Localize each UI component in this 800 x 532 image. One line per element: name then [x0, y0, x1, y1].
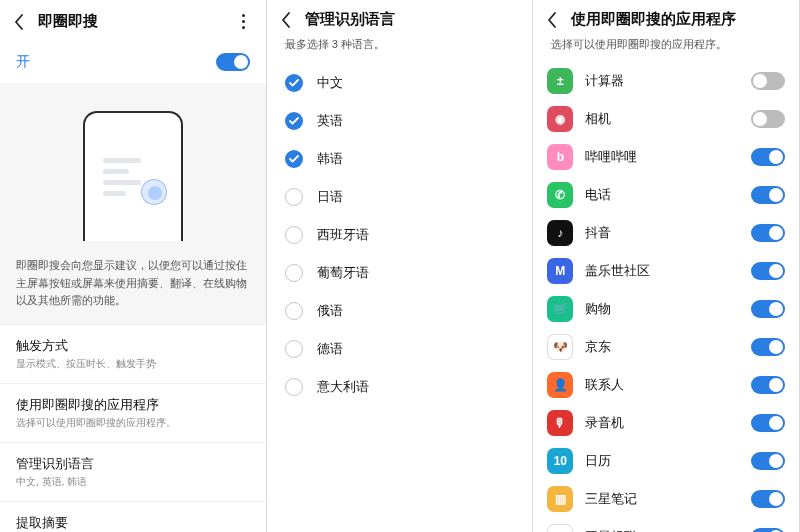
app-label: 哔哩哔哩	[585, 148, 739, 166]
app-label: 京东	[585, 338, 739, 356]
language-item[interactable]: 德语	[277, 330, 523, 368]
app-label: 录音机	[585, 414, 739, 432]
app-toggle[interactable]	[751, 452, 785, 470]
language-item[interactable]: 中文	[277, 64, 523, 102]
app-icon: b	[547, 144, 573, 170]
app-icon: 🐶	[547, 334, 573, 360]
app-icon: ±	[547, 68, 573, 94]
master-switch-toggle[interactable]	[216, 53, 250, 71]
settings-item-sub: 选择可以使用即圈即搜的应用程序。	[16, 416, 250, 430]
app-toggle[interactable]	[751, 300, 785, 318]
app-toggle[interactable]	[751, 528, 785, 532]
check-circle-unchecked-icon[interactable]	[285, 264, 303, 282]
panel-main-settings: 即圈即搜 开 即圈即搜会向您显示建议，以便您可以通过按住主屏幕按钮或屏幕来使用摘…	[0, 0, 267, 532]
app-item: 🐶京东	[545, 328, 787, 366]
settings-item-apps[interactable]: 使用即圈即搜的应用程序 选择可以使用即圈即搜的应用程序。	[0, 384, 266, 443]
language-label: 德语	[317, 340, 343, 358]
check-circle-checked-icon[interactable]	[285, 74, 303, 92]
language-item[interactable]: 西班牙语	[277, 216, 523, 254]
app-toggle[interactable]	[751, 490, 785, 508]
app-toggle[interactable]	[751, 338, 785, 356]
app-toggle[interactable]	[751, 148, 785, 166]
app-toggle[interactable]	[751, 262, 785, 280]
apps-note: 选择可以使用即圈即搜的应用程序。	[533, 37, 799, 60]
phone-outline-icon	[83, 111, 183, 241]
check-circle-unchecked-icon[interactable]	[285, 340, 303, 358]
check-circle-unchecked-icon[interactable]	[285, 188, 303, 206]
page-title: 即圈即搜	[38, 12, 224, 31]
app-item: 🛒购物	[545, 290, 787, 328]
app-list: ±计算器◉相机b哔哩哔哩✆电话♪抖音M盖乐世社区🛒购物🐶京东👤联系人🎙录音机10…	[533, 60, 799, 532]
language-label: 葡萄牙语	[317, 264, 369, 282]
app-icon: ✦	[547, 524, 573, 532]
app-toggle[interactable]	[751, 224, 785, 242]
language-list: 中文英语韩语日语西班牙语葡萄牙语俄语德语意大利语	[267, 60, 533, 410]
app-label: 抖音	[585, 224, 739, 242]
language-limit-note: 最多选择 3 种语言。	[267, 37, 533, 60]
app-item: ▥三星笔记	[545, 480, 787, 518]
language-label: 俄语	[317, 302, 343, 320]
check-circle-checked-icon[interactable]	[285, 112, 303, 130]
app-label: 日历	[585, 452, 739, 470]
check-circle-unchecked-icon[interactable]	[285, 302, 303, 320]
app-label: 相机	[585, 110, 739, 128]
check-circle-checked-icon[interactable]	[285, 150, 303, 168]
panel1-body: 开 即圈即搜会向您显示建议，以便您可以通过按住主屏幕按钮或屏幕来使用摘要、翻译、…	[0, 41, 266, 532]
app-label: 三星笔记	[585, 490, 739, 508]
settings-item-summary[interactable]: 提取摘要	[0, 502, 266, 532]
app-item: 🎙录音机	[545, 404, 787, 442]
feature-description: 即圈即搜会向您显示建议，以便您可以通过按住主屏幕按钮或屏幕来使用摘要、翻译、在线…	[0, 253, 266, 324]
app-label: 购物	[585, 300, 739, 318]
app-toggle[interactable]	[751, 376, 785, 394]
app-item: 👤联系人	[545, 366, 787, 404]
app-toggle[interactable]	[751, 186, 785, 204]
header: 管理识别语言	[267, 0, 533, 37]
app-item: ±计算器	[545, 62, 787, 100]
check-circle-unchecked-icon[interactable]	[285, 226, 303, 244]
language-item[interactable]: 俄语	[277, 292, 523, 330]
settings-item-sub: 中文, 英语, 韩语	[16, 475, 250, 489]
app-item: ✦三星畅联	[545, 518, 787, 532]
header: 使用即圈即搜的应用程序	[533, 0, 799, 37]
language-item[interactable]: 英语	[277, 102, 523, 140]
app-item: 10日历	[545, 442, 787, 480]
app-label: 三星畅联	[585, 528, 739, 532]
app-toggle[interactable]	[751, 414, 785, 432]
settings-item-trigger[interactable]: 触发方式 显示模式、按压时长、触发手势	[0, 325, 266, 384]
settings-list: 触发方式 显示模式、按压时长、触发手势 使用即圈即搜的应用程序 选择可以使用即圈…	[0, 324, 266, 532]
language-label: 西班牙语	[317, 226, 369, 244]
app-icon: ◉	[547, 106, 573, 132]
settings-item-languages[interactable]: 管理识别语言 中文, 英语, 韩语	[0, 443, 266, 502]
back-icon[interactable]	[543, 11, 561, 29]
language-item[interactable]: 日语	[277, 178, 523, 216]
page-title: 使用即圈即搜的应用程序	[571, 10, 787, 29]
settings-item-sub: 显示模式、按压时长、触发手势	[16, 357, 250, 371]
app-label: 计算器	[585, 72, 739, 90]
settings-item-title: 提取摘要	[16, 514, 250, 532]
settings-item-title: 使用即圈即搜的应用程序	[16, 396, 250, 414]
master-switch-row[interactable]: 开	[0, 41, 266, 91]
app-icon: M	[547, 258, 573, 284]
back-icon[interactable]	[277, 11, 295, 29]
app-icon: 🎙	[547, 410, 573, 436]
back-icon[interactable]	[10, 13, 28, 31]
language-item[interactable]: 韩语	[277, 140, 523, 178]
panel-apps: 使用即圈即搜的应用程序 选择可以使用即圈即搜的应用程序。 ±计算器◉相机b哔哩哔…	[533, 0, 800, 532]
more-menu-icon[interactable]	[234, 10, 254, 33]
language-item[interactable]: 葡萄牙语	[277, 254, 523, 292]
language-label: 英语	[317, 112, 343, 130]
check-circle-unchecked-icon[interactable]	[285, 378, 303, 396]
app-toggle[interactable]	[751, 110, 785, 128]
language-label: 日语	[317, 188, 343, 206]
panel-languages: 管理识别语言 最多选择 3 种语言。 中文英语韩语日语西班牙语葡萄牙语俄语德语意…	[267, 0, 534, 532]
app-item: ◉相机	[545, 100, 787, 138]
language-item[interactable]: 意大利语	[277, 368, 523, 406]
app-icon: ♪	[547, 220, 573, 246]
app-item: M盖乐世社区	[545, 252, 787, 290]
app-toggle[interactable]	[751, 72, 785, 90]
language-label: 韩语	[317, 150, 343, 168]
app-icon: 🛒	[547, 296, 573, 322]
app-item: ♪抖音	[545, 214, 787, 252]
app-label: 盖乐世社区	[585, 262, 739, 280]
app-icon: ✆	[547, 182, 573, 208]
